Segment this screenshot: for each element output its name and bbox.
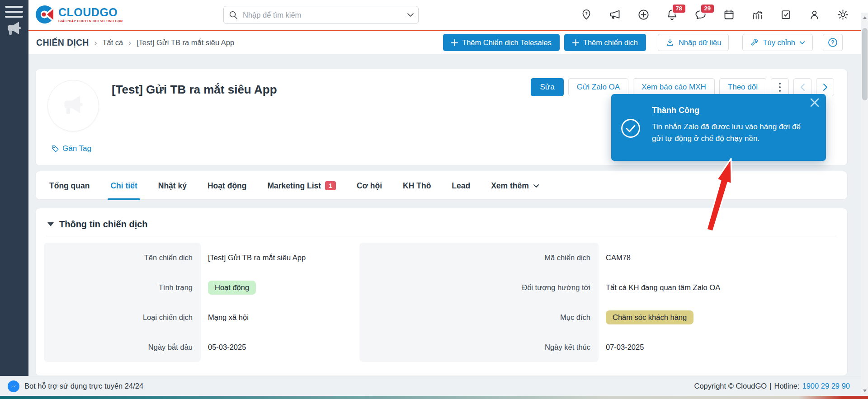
field-label: Mã chiến dịch [359,243,599,272]
page-toolbar: Thêm Chiến dịch Telesales Thêm chiến dịc… [443,34,843,51]
hamburger-menu-icon[interactable] [5,6,23,19]
edit-button[interactable]: Sửa [531,78,563,96]
bottom-edge-strip [0,396,868,399]
next-record-button[interactable] [816,78,834,96]
download-icon [665,38,675,47]
chat-count-badge: 29 [700,4,715,14]
campaign-title: [Test] Gửi TB ra mắt siêu App [112,83,277,97]
tab-lead[interactable]: Lead [452,171,470,200]
support-bot-launcher[interactable]: Bot hỗ trợ sử dụng trực tuyến 24/24 [7,380,143,393]
calendar-icon[interactable] [722,5,735,23]
field-value: Hoạt động [201,272,359,302]
megaphone-placeholder-icon [60,93,87,118]
send-zalo-oa-button[interactable]: Gửi Zalo OA [568,78,628,96]
location-help-icon[interactable]: ? [580,5,593,23]
tasks-icon[interactable] [779,5,792,23]
svg-text:?: ? [585,11,588,16]
import-data-button[interactable]: Nhập dữ liệu [658,34,729,51]
chevron-down-icon [799,41,805,45]
campaign-details-card: Thông tin chiến dịch Tên chiến dịch [Tes… [35,208,848,376]
field-value: [Test] Gửi TB ra mắt siêu App [201,243,359,272]
collapse-triangle-icon [47,222,54,226]
breadcrumb: CHIẾN DỊCH › Tất cả › [Test] Gửi TB ra m… [36,31,234,54]
user-icon[interactable] [808,5,821,23]
field-label: Tên chiến dịch [44,243,201,272]
purpose-badge: Chăm sóc khách hàng [606,310,693,324]
chevron-left-icon [800,83,805,91]
campaign-module-megaphone-icon[interactable] [5,20,24,38]
field-label: Ngày kết thúc [359,332,599,362]
chevron-down-icon [533,184,539,188]
tab-xem-them[interactable]: Xem thêm [491,171,539,200]
check-circle-icon [620,118,641,141]
search-icon [228,10,238,20]
add-telesales-campaign-button[interactable]: Thêm Chiến dịch Telesales [443,34,560,51]
breadcrumb-separator: › [128,38,131,47]
field-value: 05-03-2025 [201,332,359,362]
add-campaign-button[interactable]: Thêm chiến dịch [564,34,646,51]
toast-message: Tin nhắn Zalo đã được lưu vào hàng đợi đ… [652,121,811,144]
tab-co-hoi[interactable]: Cơ hội [357,171,382,200]
add-circle-icon[interactable] [637,5,650,23]
tab-kh-tho[interactable]: KH Thô [403,171,431,200]
record-tabs-card: Tổng quan Chi tiết Nhật ký Hoạt động Mar… [35,171,848,200]
chat-icon[interactable]: 29 [694,5,707,23]
megaphone-icon[interactable] [609,5,621,23]
field-value: Mạng xã hội [201,302,359,332]
tab-nhat-ky[interactable]: Nhật ký [158,171,187,200]
scrollbar-thumb[interactable] [862,28,868,100]
notification-bell-icon[interactable]: 78 [665,5,678,23]
breadcrumb-toolbar-row: CHIẾN DỊCH › Tất cả › [Test] Gửi TB ra m… [28,31,868,54]
cloudgo-logo[interactable]: CLOUDGO GIẢI PHÁP CHUYỂN ĐỔI SỐ TINH GỌN [35,5,123,24]
toast-title: Thành Công [652,106,699,115]
cloudgo-logo-mark [35,5,55,24]
more-actions-kebab-icon[interactable] [771,78,789,96]
search-input[interactable] [223,6,419,24]
help-button[interactable]: ? [823,34,843,51]
chevron-right-icon [823,83,828,91]
tab-chi-tiet[interactable]: Chi tiết [110,171,137,200]
kebab-dots-icon [778,82,781,92]
breadcrumb-item-all[interactable]: Tất cả [102,38,123,47]
field-value: Tất cả KH đang quan tâm Zalo OA [599,272,847,302]
question-circle-icon: ? [827,37,838,48]
support-bot-text: Bot hỗ trợ sử dụng trực tuyến 24/24 [24,382,143,390]
vertical-scrollbar [861,13,868,396]
section-header-campaign-info[interactable]: Thông tin chiến dịch [36,208,847,230]
tab-tong-quan[interactable]: Tổng quan [49,171,90,200]
social-report-button[interactable]: Xem báo cáo MXH [633,78,715,96]
field-label: Loại chiến dịch [44,302,201,332]
wrench-icon [750,38,759,47]
header-accent-line [28,30,868,31]
breadcrumb-separator: › [94,38,97,47]
left-sidebar [0,0,28,376]
svg-text:?: ? [831,39,834,46]
tab-hoat-dong[interactable]: Hoạt động [208,171,247,200]
previous-record-button[interactable] [793,78,811,96]
field-label: Đối tượng hướng tới [359,272,599,302]
footer-divider: | [769,382,771,390]
scroll-up-arrow-icon[interactable] [863,16,867,19]
status-badge: Hoạt động [208,281,256,295]
toast-close-icon[interactable] [809,97,821,108]
breadcrumb-item-current: [Test] Gửi TB ra mắt siêu App [137,38,234,47]
copyright-text: Copyright © CloudGO [694,382,767,390]
field-label: Tình trạng [44,272,201,302]
hotline-number[interactable]: 1900 29 29 90 [802,382,850,390]
brand-name: CLOUDGO [58,7,123,18]
customize-button[interactable]: Tùy chỉnh [742,34,813,51]
search-scope-chevron-icon[interactable] [407,13,414,17]
record-tabs: Tổng quan Chi tiết Nhật ký Hoạt động Mar… [36,171,847,200]
field-label: Mục đích [359,302,599,332]
success-toast: Thành Công Tin nhắn Zalo đã được lưu vào… [611,94,826,161]
scroll-down-arrow-icon[interactable] [863,390,867,392]
settings-gear-icon[interactable] [836,5,849,23]
follow-button[interactable]: Theo dõi [719,78,766,96]
tab-marketing-list[interactable]: Marketing List1 [267,171,335,200]
notification-count-badge: 78 [672,4,686,14]
breadcrumb-module[interactable]: CHIẾN DỊCH [36,38,89,48]
assign-tag-link[interactable]: Gán Tag [51,144,91,153]
analytics-icon[interactable] [751,5,764,23]
hotline-label: Hotline: [774,382,800,390]
campaign-action-buttons: Sửa Gửi Zalo OA Xem báo cáo MXH Theo dõi [531,78,834,96]
